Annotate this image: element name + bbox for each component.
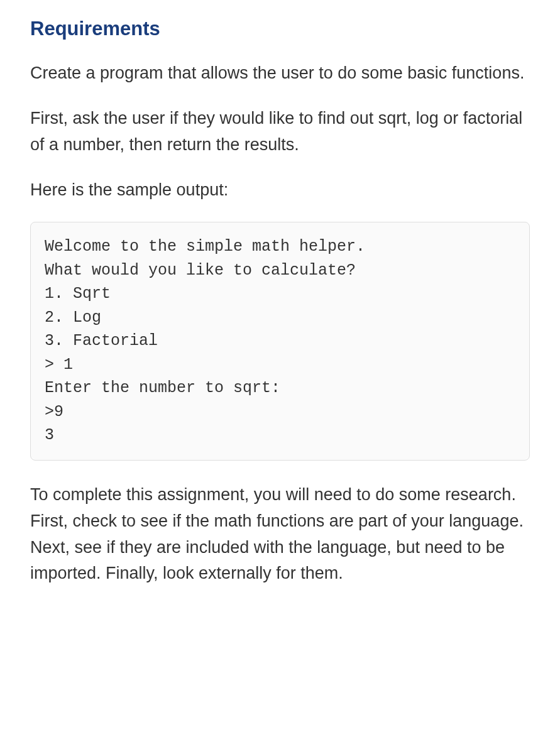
instruction-paragraph: First, ask the user if they would like t… <box>30 106 530 158</box>
sample-output-code: Welcome to the simple math helper. What … <box>30 222 530 461</box>
research-paragraph: To complete this assignment, you will ne… <box>30 482 530 587</box>
section-heading: Requirements <box>30 18 530 40</box>
intro-paragraph: Create a program that allows the user to… <box>30 60 530 87</box>
sample-output-label: Here is the sample output: <box>30 177 530 204</box>
